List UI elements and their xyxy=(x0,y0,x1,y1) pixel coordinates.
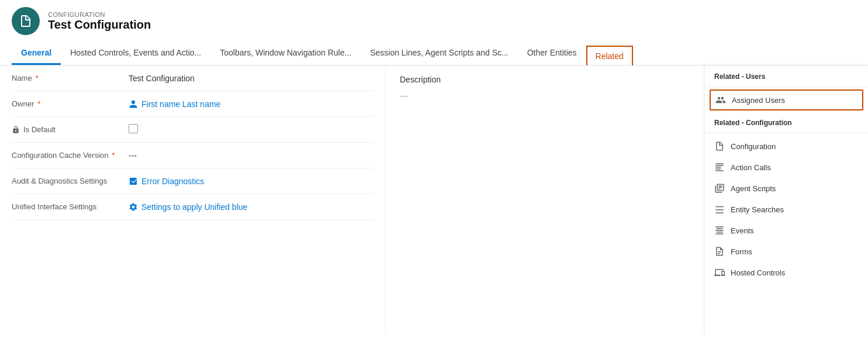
divider-2 xyxy=(705,133,868,133)
tab-toolbars[interactable]: Toolbars, Window Navigation Rule... xyxy=(210,42,361,65)
diagnostics-icon xyxy=(129,177,138,186)
assigned-users-icon xyxy=(715,95,726,105)
is-default-checkbox[interactable] xyxy=(129,124,138,133)
configuration-icon xyxy=(19,14,33,28)
related-dropdown: Related - Users Assigned Users Related -… xyxy=(704,65,868,334)
lock-icon xyxy=(12,126,20,134)
agent-scripts-icon xyxy=(714,183,725,194)
related-item-hosted-controls[interactable]: Hosted Controls xyxy=(705,262,868,283)
is-default-row: Is Default xyxy=(12,117,374,143)
app-icon xyxy=(12,7,40,35)
person-icon xyxy=(129,99,138,109)
app-title: Test Configuration xyxy=(48,18,151,32)
related-item-forms[interactable]: Forms xyxy=(705,241,868,262)
related-item-assigned-users[interactable]: Assigned Users xyxy=(710,89,863,111)
is-default-label: Is Default xyxy=(12,125,129,134)
form-panel: Name * Test Configuration Owner * First … xyxy=(0,65,386,334)
assigned-users-label: Assigned Users xyxy=(732,96,785,105)
settings-icon xyxy=(129,202,138,212)
forms-label: Forms xyxy=(731,247,752,256)
audit-label: Audit & Diagnostics Settings xyxy=(12,177,129,185)
related-item-action-calls[interactable]: Action Calls xyxy=(705,157,868,178)
unified-value[interactable]: Settings to apply Unified blue xyxy=(129,202,374,212)
config-cache-row: Configuration Cache Version * --- xyxy=(12,143,374,168)
related-config-title: Related - Configuration xyxy=(705,112,868,130)
action-calls-icon xyxy=(714,162,725,172)
configuration-item-icon xyxy=(714,141,725,151)
related-users-title: Related - Users xyxy=(705,65,868,84)
main-content: Name * Test Configuration Owner * First … xyxy=(0,65,868,334)
tabs-bar: General Hosted Controls, Events and Acti… xyxy=(0,42,868,65)
tab-related[interactable]: Related xyxy=(586,46,633,65)
related-item-configuration[interactable]: Configuration xyxy=(705,136,868,157)
owner-value[interactable]: First name Last name xyxy=(129,99,374,109)
owner-row: Owner * First name Last name xyxy=(12,91,374,117)
audit-value[interactable]: Error Diagnostics xyxy=(129,177,374,186)
hosted-controls-icon xyxy=(714,267,725,278)
unified-row: Unified Interface Settings Settings to a… xyxy=(12,194,374,220)
is-default-value xyxy=(129,124,374,135)
unified-label: Unified Interface Settings xyxy=(12,202,129,211)
config-cache-value: --- xyxy=(129,151,374,160)
entity-searches-label: Entity Searches xyxy=(731,205,784,214)
related-item-events[interactable]: Events xyxy=(705,220,868,241)
events-label: Events xyxy=(731,226,754,235)
related-item-agent-scripts[interactable]: Agent Scripts xyxy=(705,178,868,199)
divider-1 xyxy=(705,87,868,87)
tab-other-entities[interactable]: Other Entities xyxy=(518,42,586,65)
config-cache-label: Configuration Cache Version * xyxy=(12,151,129,160)
entity-searches-icon xyxy=(714,204,725,215)
config-cache-required: * xyxy=(112,151,115,160)
events-icon xyxy=(714,225,725,236)
app-subtitle: CONFIGURATION xyxy=(48,11,151,18)
agent-scripts-label: Agent Scripts xyxy=(731,184,776,193)
owner-required: * xyxy=(37,99,40,108)
name-label: Name * xyxy=(12,74,129,82)
tab-session-lines[interactable]: Session Lines, Agent Scripts and Sc... xyxy=(361,42,518,65)
name-value: Test Configuration xyxy=(129,74,374,83)
name-row: Name * Test Configuration xyxy=(12,65,374,91)
hosted-controls-label: Hosted Controls xyxy=(731,268,785,277)
app-title-block: CONFIGURATION Test Configuration xyxy=(48,11,151,32)
related-item-entity-searches[interactable]: Entity Searches xyxy=(705,199,868,220)
tab-hosted-controls[interactable]: Hosted Controls, Events and Actio... xyxy=(61,42,210,65)
owner-label: Owner * xyxy=(12,99,129,108)
forms-icon xyxy=(714,246,725,257)
audit-row: Audit & Diagnostics Settings Error Diagn… xyxy=(12,168,374,194)
configuration-label: Configuration xyxy=(731,142,776,151)
app-header: CONFIGURATION Test Configuration xyxy=(0,0,868,42)
action-calls-label: Action Calls xyxy=(731,163,771,172)
tab-general[interactable]: General xyxy=(12,42,61,65)
name-required: * xyxy=(36,74,39,82)
